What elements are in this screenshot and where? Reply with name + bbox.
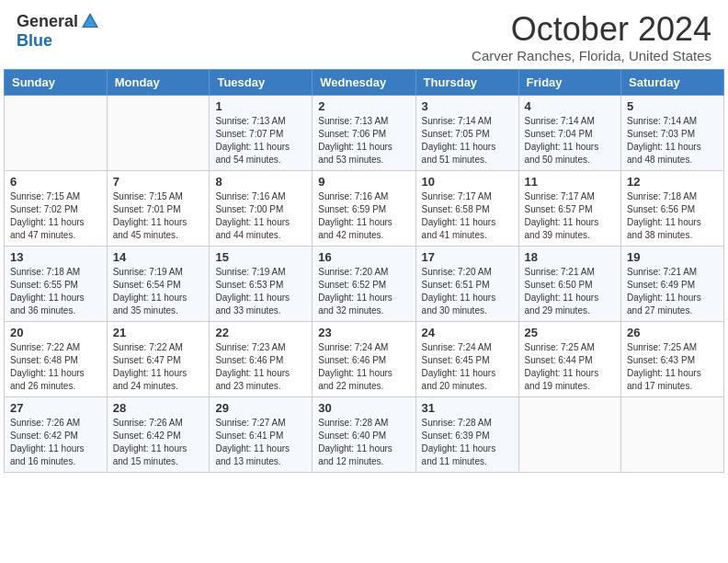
calendar-cell: 5Sunrise: 7:14 AM Sunset: 7:03 PM Daylig… bbox=[621, 95, 724, 170]
calendar-cell: 31Sunrise: 7:28 AM Sunset: 6:39 PM Dayli… bbox=[415, 396, 518, 472]
day-info: Sunrise: 7:28 AM Sunset: 6:40 PM Dayligh… bbox=[318, 417, 409, 468]
day-number: 26 bbox=[627, 326, 718, 339]
day-number: 27 bbox=[10, 401, 101, 415]
day-number: 24 bbox=[422, 326, 513, 339]
day-info: Sunrise: 7:25 AM Sunset: 6:44 PM Dayligh… bbox=[525, 341, 615, 393]
col-header-wednesday: Wednesday bbox=[313, 69, 415, 95]
page-header: General Blue October 2024 Carver Ranches… bbox=[0, 0, 728, 69]
day-info: Sunrise: 7:17 AM Sunset: 6:58 PM Dayligh… bbox=[422, 190, 513, 242]
day-number: 7 bbox=[113, 175, 204, 189]
day-number: 20 bbox=[10, 326, 101, 339]
day-number: 18 bbox=[525, 250, 615, 264]
calendar-cell: 2Sunrise: 7:13 AM Sunset: 7:06 PM Daylig… bbox=[313, 95, 415, 170]
logo: General Blue bbox=[17, 11, 100, 51]
calendar-cell: 9Sunrise: 7:16 AM Sunset: 6:59 PM Daylig… bbox=[313, 170, 415, 246]
col-header-sunday: Sunday bbox=[5, 69, 108, 95]
day-info: Sunrise: 7:14 AM Sunset: 7:05 PM Dayligh… bbox=[422, 115, 513, 167]
calendar-week-row: 27Sunrise: 7:26 AM Sunset: 6:42 PM Dayli… bbox=[5, 396, 724, 472]
day-info: Sunrise: 7:28 AM Sunset: 6:39 PM Dayligh… bbox=[422, 417, 513, 468]
day-info: Sunrise: 7:21 AM Sunset: 6:49 PM Dayligh… bbox=[627, 266, 718, 317]
calendar-cell: 23Sunrise: 7:24 AM Sunset: 6:46 PM Dayli… bbox=[313, 321, 415, 396]
calendar-cell: 30Sunrise: 7:28 AM Sunset: 6:40 PM Dayli… bbox=[313, 396, 415, 472]
day-info: Sunrise: 7:13 AM Sunset: 7:06 PM Dayligh… bbox=[318, 115, 409, 167]
calendar-cell bbox=[621, 396, 724, 472]
day-info: Sunrise: 7:15 AM Sunset: 7:02 PM Dayligh… bbox=[10, 190, 101, 242]
day-number: 12 bbox=[627, 175, 718, 189]
calendar-week-row: 1Sunrise: 7:13 AM Sunset: 7:07 PM Daylig… bbox=[5, 95, 724, 170]
day-info: Sunrise: 7:24 AM Sunset: 6:46 PM Dayligh… bbox=[318, 341, 409, 393]
calendar-week-row: 6Sunrise: 7:15 AM Sunset: 7:02 PM Daylig… bbox=[5, 170, 724, 246]
day-info: Sunrise: 7:23 AM Sunset: 6:46 PM Dayligh… bbox=[215, 341, 306, 393]
calendar-cell: 16Sunrise: 7:20 AM Sunset: 6:52 PM Dayli… bbox=[313, 246, 415, 321]
col-header-saturday: Saturday bbox=[621, 69, 724, 95]
col-header-friday: Friday bbox=[518, 69, 620, 95]
calendar-cell: 26Sunrise: 7:25 AM Sunset: 6:43 PM Dayli… bbox=[621, 321, 724, 396]
col-header-thursday: Thursday bbox=[415, 69, 518, 95]
calendar-cell: 18Sunrise: 7:21 AM Sunset: 6:50 PM Dayli… bbox=[518, 246, 620, 321]
logo-blue-text: Blue bbox=[17, 31, 52, 50]
day-info: Sunrise: 7:20 AM Sunset: 6:52 PM Dayligh… bbox=[318, 266, 409, 317]
calendar-header-row: SundayMondayTuesdayWednesdayThursdayFrid… bbox=[5, 69, 724, 95]
calendar-cell: 20Sunrise: 7:22 AM Sunset: 6:48 PM Dayli… bbox=[5, 321, 108, 396]
day-number: 8 bbox=[215, 175, 306, 189]
calendar-cell: 11Sunrise: 7:17 AM Sunset: 6:57 PM Dayli… bbox=[518, 170, 620, 246]
col-header-monday: Monday bbox=[107, 69, 210, 95]
day-info: Sunrise: 7:13 AM Sunset: 7:07 PM Dayligh… bbox=[215, 115, 306, 167]
day-info: Sunrise: 7:14 AM Sunset: 7:03 PM Dayligh… bbox=[627, 115, 718, 167]
title-block: October 2024 Carver Ranches, Florida, Un… bbox=[472, 11, 711, 63]
day-number: 11 bbox=[525, 175, 615, 189]
day-info: Sunrise: 7:19 AM Sunset: 6:54 PM Dayligh… bbox=[113, 266, 204, 317]
day-number: 9 bbox=[318, 175, 409, 189]
day-number: 17 bbox=[422, 250, 513, 264]
calendar-week-row: 20Sunrise: 7:22 AM Sunset: 6:48 PM Dayli… bbox=[5, 321, 724, 396]
day-number: 31 bbox=[422, 401, 513, 415]
day-number: 13 bbox=[10, 250, 101, 264]
calendar-cell bbox=[107, 95, 210, 170]
calendar-cell: 29Sunrise: 7:27 AM Sunset: 6:41 PM Dayli… bbox=[210, 396, 313, 472]
calendar-table: SundayMondayTuesdayWednesdayThursdayFrid… bbox=[4, 69, 724, 473]
location: Carver Ranches, Florida, United States bbox=[472, 48, 711, 63]
calendar-cell: 25Sunrise: 7:25 AM Sunset: 6:44 PM Dayli… bbox=[518, 321, 620, 396]
day-number: 28 bbox=[113, 401, 204, 415]
day-info: Sunrise: 7:20 AM Sunset: 6:51 PM Dayligh… bbox=[422, 266, 513, 317]
calendar-cell: 13Sunrise: 7:18 AM Sunset: 6:55 PM Dayli… bbox=[5, 246, 108, 321]
day-number: 19 bbox=[627, 250, 718, 264]
day-number: 25 bbox=[525, 326, 615, 339]
day-number: 1 bbox=[215, 99, 306, 113]
day-number: 5 bbox=[627, 99, 718, 113]
day-number: 6 bbox=[10, 175, 101, 189]
calendar-cell: 12Sunrise: 7:18 AM Sunset: 6:56 PM Dayli… bbox=[621, 170, 724, 246]
day-info: Sunrise: 7:21 AM Sunset: 6:50 PM Dayligh… bbox=[525, 266, 615, 317]
calendar-cell: 19Sunrise: 7:21 AM Sunset: 6:49 PM Dayli… bbox=[621, 246, 724, 321]
calendar-cell bbox=[5, 95, 108, 170]
col-header-tuesday: Tuesday bbox=[210, 69, 313, 95]
calendar-cell: 28Sunrise: 7:26 AM Sunset: 6:42 PM Dayli… bbox=[107, 396, 210, 472]
day-number: 23 bbox=[318, 326, 409, 339]
day-info: Sunrise: 7:16 AM Sunset: 7:00 PM Dayligh… bbox=[215, 190, 306, 242]
day-number: 29 bbox=[215, 401, 306, 415]
day-number: 3 bbox=[422, 99, 513, 113]
day-info: Sunrise: 7:26 AM Sunset: 6:42 PM Dayligh… bbox=[113, 417, 204, 468]
calendar-cell: 17Sunrise: 7:20 AM Sunset: 6:51 PM Dayli… bbox=[415, 246, 518, 321]
day-info: Sunrise: 7:17 AM Sunset: 6:57 PM Dayligh… bbox=[525, 190, 615, 242]
day-info: Sunrise: 7:15 AM Sunset: 7:01 PM Dayligh… bbox=[113, 190, 204, 242]
day-number: 22 bbox=[215, 326, 306, 339]
calendar-cell: 4Sunrise: 7:14 AM Sunset: 7:04 PM Daylig… bbox=[518, 95, 620, 170]
logo-icon bbox=[80, 11, 100, 31]
calendar-cell: 1Sunrise: 7:13 AM Sunset: 7:07 PM Daylig… bbox=[210, 95, 313, 170]
day-number: 15 bbox=[215, 250, 306, 264]
calendar-cell: 10Sunrise: 7:17 AM Sunset: 6:58 PM Dayli… bbox=[415, 170, 518, 246]
calendar-cell: 6Sunrise: 7:15 AM Sunset: 7:02 PM Daylig… bbox=[5, 170, 108, 246]
calendar-cell: 8Sunrise: 7:16 AM Sunset: 7:00 PM Daylig… bbox=[210, 170, 313, 246]
month-title: October 2024 bbox=[472, 11, 711, 48]
day-info: Sunrise: 7:18 AM Sunset: 6:56 PM Dayligh… bbox=[627, 190, 718, 242]
day-info: Sunrise: 7:16 AM Sunset: 6:59 PM Dayligh… bbox=[318, 190, 409, 242]
calendar-cell: 15Sunrise: 7:19 AM Sunset: 6:53 PM Dayli… bbox=[210, 246, 313, 321]
day-info: Sunrise: 7:26 AM Sunset: 6:42 PM Dayligh… bbox=[10, 417, 101, 468]
day-number: 21 bbox=[113, 326, 204, 339]
calendar-cell: 24Sunrise: 7:24 AM Sunset: 6:45 PM Dayli… bbox=[415, 321, 518, 396]
day-info: Sunrise: 7:24 AM Sunset: 6:45 PM Dayligh… bbox=[422, 341, 513, 393]
day-number: 14 bbox=[113, 250, 204, 264]
calendar-cell: 27Sunrise: 7:26 AM Sunset: 6:42 PM Dayli… bbox=[5, 396, 108, 472]
day-number: 30 bbox=[318, 401, 409, 415]
